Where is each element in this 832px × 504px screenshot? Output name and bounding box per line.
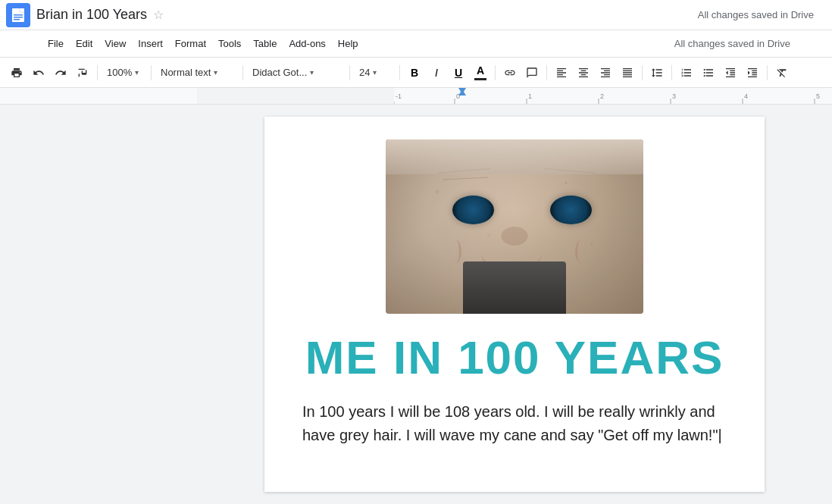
paint-format-button[interactable] [72,62,93,83]
decrease-indent-button[interactable] [720,62,741,83]
align-left-button[interactable] [551,62,572,83]
document-container[interactable]: ME IN 100 YEARS In 100 years I will be 1… [197,105,832,504]
ruler-content: -1 0 1 2 3 4 5 6 7 [394,88,832,104]
align-center-button[interactable] [573,62,594,83]
sidebar-left [0,105,197,504]
document-image[interactable] [386,139,643,314]
svg-text:3: 3 [672,92,676,100]
underline-button[interactable]: U [448,62,469,83]
toolbar: 100% ▾ Normal text ▾ Didact Got... ▾ 24 … [0,58,832,88]
bullet-list-button[interactable] [698,62,719,83]
redo-button[interactable] [50,62,71,83]
clear-formatting-button[interactable] [771,62,793,83]
ruler-svg: -1 0 1 2 3 4 5 6 7 [394,88,832,104]
document-body[interactable]: In 100 years I will be 108 years old. I … [302,400,727,447]
print-button[interactable] [6,62,27,83]
title-bar: Brian in 100 Years ☆ All changes saved i… [0,0,832,30]
svg-text:4: 4 [744,92,748,100]
toolbar-separator-4 [349,65,350,80]
menu-bar: File Edit View Insert Format Tools Table… [0,30,832,58]
menu-tools[interactable]: Tools [212,35,247,52]
toolbar-separator-3 [242,65,243,80]
svg-text:0: 0 [456,92,460,100]
svg-text:2: 2 [600,92,604,100]
svg-rect-8 [14,19,20,20]
toolbar-separator-8 [642,65,643,80]
document-heading: ME IN 100 YEARS [302,332,727,383]
svg-text:1: 1 [528,92,532,100]
document-page: ME IN 100 YEARS In 100 years I will be 1… [264,117,765,492]
menu-file[interactable]: File [42,35,70,52]
zoom-dropdown[interactable]: 100% ▾ [102,62,147,83]
link-button[interactable] [499,62,521,83]
toolbar-separator-7 [546,65,547,80]
undo-button[interactable] [28,62,49,83]
toolbar-separator-5 [399,65,400,80]
document-title[interactable]: Brian in 100 Years [36,7,147,23]
saved-status: All changes saved in Drive [698,9,814,20]
svg-text:5: 5 [816,92,820,100]
toolbar-separator-2 [151,65,152,80]
numbered-list-button[interactable] [676,62,697,83]
italic-button[interactable]: I [426,62,447,83]
toolbar-separator-9 [671,65,672,80]
font-color-button[interactable]: A [470,62,491,83]
toolbar-separator-1 [97,65,98,80]
app-icon [6,3,30,27]
menu-table[interactable]: Table [247,35,283,52]
saved-status-menu: All changes saved in Drive [674,38,790,49]
svg-text:-1: -1 [396,92,402,100]
bold-button[interactable]: B [404,62,425,83]
svg-rect-6 [14,14,23,16]
menu-view[interactable]: View [99,35,132,52]
style-dropdown[interactable]: Normal text ▾ [155,62,239,83]
toolbar-separator-10 [767,65,768,80]
ruler: -1 0 1 2 3 4 5 6 7 [0,88,832,105]
align-justify-button[interactable] [617,62,638,83]
menu-help[interactable]: Help [332,35,364,52]
font-size-dropdown[interactable]: 24 ▾ [354,62,396,83]
menu-edit[interactable]: Edit [70,35,99,52]
increase-indent-button[interactable] [742,62,763,83]
font-dropdown[interactable]: Didact Got... ▾ [247,62,346,83]
menu-format[interactable]: Format [169,35,212,52]
comment-button[interactable] [521,62,543,83]
font-color-indicator [474,78,486,80]
svg-rect-7 [14,17,23,18]
menu-addons[interactable]: Add-ons [283,35,331,52]
star-icon[interactable]: ☆ [153,8,164,22]
main-area: ME IN 100 YEARS In 100 years I will be 1… [0,105,832,504]
toolbar-separator-6 [495,65,496,80]
align-right-button[interactable] [595,62,616,83]
menu-insert[interactable]: Insert [132,35,169,52]
line-spacing-button[interactable] [646,62,668,83]
